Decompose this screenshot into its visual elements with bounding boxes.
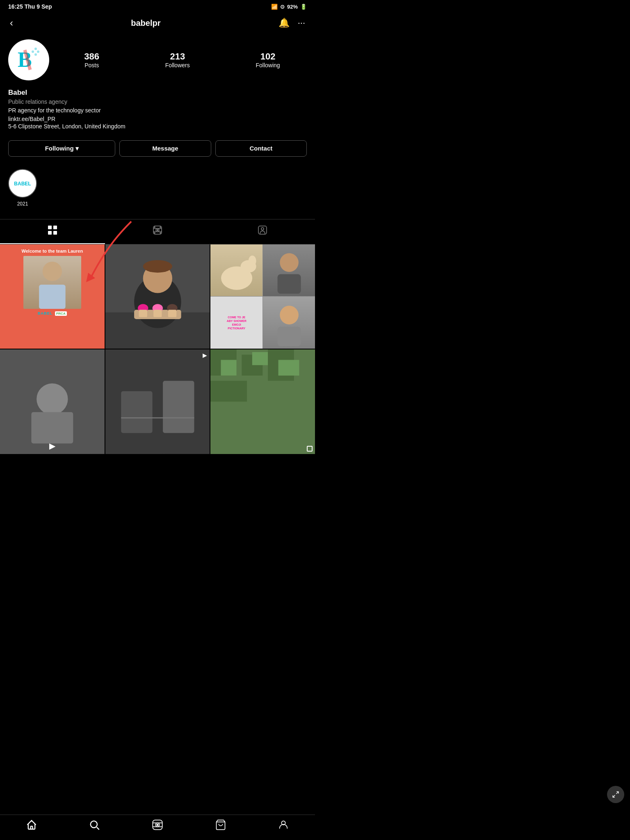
dropdown-chevron-icon: ▾ <box>75 145 79 152</box>
multi-photo-icon <box>307 446 313 452</box>
highlight-item-2021[interactable]: BABEL 2021 <box>8 169 37 207</box>
photo-thumbnail <box>210 349 315 454</box>
tab-reels[interactable] <box>105 219 210 244</box>
horse-image <box>213 247 260 294</box>
nav-action-icons: 🔔 ··· <box>278 18 305 28</box>
post-photo <box>210 349 315 454</box>
tagged-icon <box>258 225 267 237</box>
post-title: Welcome to the team Lauren <box>22 249 83 253</box>
svg-rect-38 <box>168 310 176 317</box>
post-item[interactable]: ▶ <box>0 349 105 454</box>
collage-text: COME TO JEABY SHOWEREMOJIPICTIONARY <box>226 315 247 331</box>
svg-rect-26 <box>39 284 66 308</box>
svg-point-21 <box>154 233 155 233</box>
post-reels: ▶ <box>105 349 210 454</box>
notification-bell-icon[interactable]: 🔔 <box>278 18 290 28</box>
status-time-date: 16:25 Thu 9 Sep <box>8 3 52 10</box>
post-cupcakes <box>105 244 210 349</box>
profile-username: babelpr <box>131 18 160 28</box>
post-item[interactable]: ▶ <box>105 349 210 454</box>
avatar[interactable]: B <box>8 39 49 80</box>
message-button[interactable]: Message <box>119 140 211 157</box>
back-button[interactable]: ‹ <box>10 17 13 29</box>
following-stat[interactable]: 102 Following <box>256 51 280 68</box>
following-button[interactable]: Following ▾ <box>8 140 115 157</box>
profile-location: 5-6 Clipstone Street, London, United Kin… <box>8 123 307 130</box>
svg-rect-11 <box>53 226 57 229</box>
followers-count: 213 <box>165 51 190 62</box>
prca-logo-text: PRCA <box>55 311 67 316</box>
tab-grid[interactable] <box>0 219 105 244</box>
svg-point-5 <box>37 50 39 53</box>
posts-label: Posts <box>84 62 99 68</box>
svg-rect-60 <box>278 360 299 376</box>
svg-rect-12 <box>48 231 52 235</box>
svg-point-4 <box>34 53 37 56</box>
babel-logo-text: BABEL <box>38 311 52 315</box>
collage-cell-text: COME TO JEABY SHOWEREMOJIPICTIONARY <box>210 297 262 349</box>
person-photo <box>23 256 81 309</box>
svg-rect-10 <box>48 226 52 229</box>
svg-point-3 <box>32 50 34 53</box>
status-icons: 📶 ⊙ 92% 🔋 <box>271 4 307 10</box>
following-count: 102 <box>256 51 280 62</box>
profile-stats: 386 Posts 213 Followers 102 Following <box>57 51 307 68</box>
svg-rect-48 <box>31 412 73 443</box>
profile-info: Babel Public relations agency PR agency … <box>0 89 315 136</box>
reels-thumbnail <box>105 349 210 454</box>
post-item[interactable] <box>210 349 315 454</box>
svg-rect-58 <box>221 360 237 376</box>
svg-point-31 <box>143 260 172 273</box>
profile-link[interactable]: linktr.ee/Babel_PR <box>8 116 307 122</box>
svg-point-42 <box>280 253 299 272</box>
followers-label: Followers <box>165 62 190 68</box>
content-tab-bar <box>0 219 315 244</box>
svg-point-25 <box>43 262 62 281</box>
tab-tagged[interactable] <box>210 219 315 244</box>
svg-rect-57 <box>210 381 247 402</box>
post-photo <box>23 256 81 309</box>
posts-grid: Welcome to the team Lauren BABEL PRCA <box>0 244 315 454</box>
person3-image <box>266 299 313 346</box>
post-item[interactable]: Welcome to the team Lauren BABEL PRCA <box>0 244 105 349</box>
collage-cell-horse <box>210 244 262 297</box>
profile-avatar-image: B <box>10 41 47 78</box>
svg-point-19 <box>154 227 155 228</box>
contact-button[interactable]: Contact <box>215 140 307 157</box>
grid-icon <box>48 225 57 237</box>
svg-point-41 <box>248 256 256 267</box>
svg-rect-50 <box>121 391 152 433</box>
collage-cell-person2 <box>263 244 315 297</box>
play-icon: ▶ <box>49 441 55 451</box>
story-highlights: BABEL 2021 <box>0 165 315 215</box>
collage-cell-person3 <box>263 297 315 349</box>
profile-name: Babel <box>8 89 307 97</box>
svg-point-6 <box>34 48 37 50</box>
top-nav: ‹ babelpr 🔔 ··· <box>0 13 315 35</box>
battery-icon: 🔋 <box>300 4 307 10</box>
posts-stat[interactable]: 386 Posts <box>84 51 99 68</box>
svg-rect-36 <box>139 310 147 317</box>
posts-count: 386 <box>84 51 99 62</box>
svg-point-47 <box>37 383 68 415</box>
svg-rect-43 <box>277 274 301 294</box>
highlight-image: BABEL <box>9 170 36 197</box>
post-item[interactable]: COME TO JEABY SHOWEREMOJIPICTIONARY <box>210 244 315 349</box>
svg-point-24 <box>261 228 264 230</box>
highlight-label: 2021 <box>17 201 28 207</box>
followers-stat[interactable]: 213 Followers <box>165 51 190 68</box>
svg-point-44 <box>280 306 299 324</box>
profile-bio-line1: PR agency for the technology sector <box>8 107 307 115</box>
post-video: ▶ <box>0 349 105 454</box>
svg-rect-59 <box>252 352 268 365</box>
reels-badge-icon: ▶ <box>203 352 207 358</box>
post-logos: BABEL PRCA <box>38 311 67 316</box>
more-options-icon[interactable]: ··· <box>298 18 305 28</box>
svg-rect-37 <box>153 310 162 317</box>
highlight-circle: BABEL <box>8 169 37 198</box>
svg-rect-52 <box>121 418 194 419</box>
post-item[interactable] <box>105 244 210 349</box>
svg-point-20 <box>160 227 161 228</box>
svg-rect-45 <box>277 326 301 346</box>
profile-category: Public relations agency <box>8 98 307 105</box>
